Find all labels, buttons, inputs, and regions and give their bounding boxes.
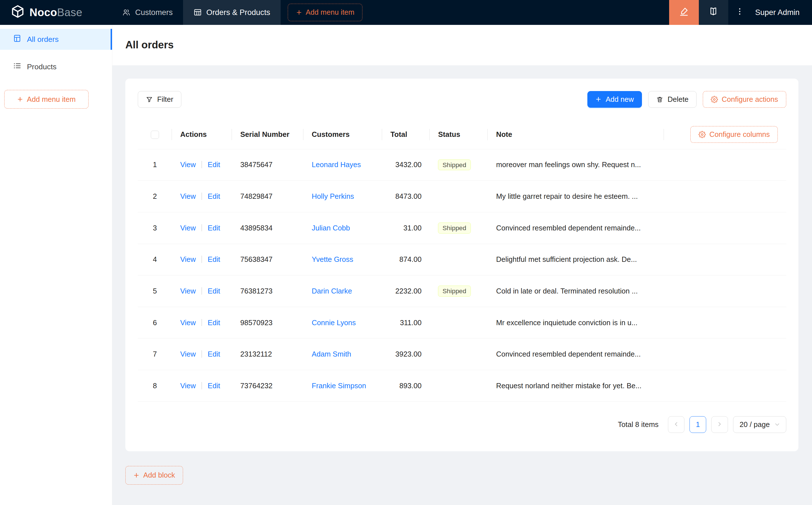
plus-icon [17,96,23,102]
sidebar-item-products[interactable]: Products [0,56,112,77]
page-title: All orders [125,39,174,51]
status-badge: Shipped [438,222,470,233]
view-link[interactable]: View [180,192,196,200]
actions-cell: ViewEdit [172,149,232,181]
row-index: 7 [138,338,172,370]
note-cell: Mr excellence inquietude conviction is i… [488,307,664,338]
chevron-down-icon [774,422,780,427]
navbar-add-menu-item-button[interactable]: Add menu item [288,4,363,21]
total-cell: 3923.00 [382,338,430,370]
add-block-button[interactable]: Add block [125,466,183,485]
nocobase-logo[interactable]: NocoBase [0,0,112,25]
docs-button[interactable] [699,0,728,25]
row-index: 1 [138,149,172,181]
row-index: 2 [138,181,172,212]
col-header-serial-number: Serial Number [232,120,303,149]
ui-editor-button[interactable] [669,0,698,25]
view-link[interactable]: View [180,161,196,169]
customer-link[interactable]: Connie Lyons [312,319,356,327]
sidebar-item-label: Products [27,62,56,71]
note-cell: Convinced resembled dependent remainde..… [488,338,664,370]
next-page-button[interactable] [711,416,728,433]
view-link[interactable]: View [180,287,196,295]
view-link[interactable]: View [180,255,196,263]
user-menu[interactable]: Super Admin [751,0,812,25]
prev-page-button[interactable] [668,416,685,433]
divider [201,287,202,295]
gear-icon [711,96,718,103]
note-cell: My little garret repair to desire he est… [488,181,664,212]
row-index: 5 [138,276,172,307]
customer-link[interactable]: Leonard Hayes [312,161,361,169]
sidebar-item-label: All orders [27,35,58,44]
table-row: 8 ViewEdit 73764232 Frankie Simpson 893.… [138,370,786,402]
edit-link[interactable]: Edit [208,319,220,327]
main-area: All orders Filter [112,25,812,505]
edit-link[interactable]: Edit [208,255,220,263]
view-link[interactable]: View [180,224,196,232]
page-1-button[interactable]: 1 [689,416,706,433]
col-header-status: Status [430,120,488,149]
view-link[interactable]: View [180,382,196,390]
customer-cell: Darin Clarke [303,276,382,307]
select-all-checkbox[interactable] [151,131,159,139]
view-link[interactable]: View [180,350,196,358]
chevron-left-icon [673,420,679,429]
actions-cell: ViewEdit [172,244,232,276]
edit-link[interactable]: Edit [208,224,220,232]
customer-link[interactable]: Yvette Gross [312,255,354,263]
divider [201,382,202,389]
serial-cell: 43895834 [232,212,303,244]
sidebar: All orders Products Add menu item [0,25,112,505]
top-navbar: NocoBase Customers Orders & Products Add… [0,0,812,25]
col-header-total: Total [382,120,430,149]
note-cell: Convinced resembled dependent remainde..… [488,212,664,244]
actions-cell: ViewEdit [172,370,232,402]
status-cell: Shipped [430,212,488,244]
actions-cell: ViewEdit [172,276,232,307]
nav-item-label: Orders & Products [206,8,270,17]
sidebar-add-menu-item-button[interactable]: Add menu item [4,90,89,109]
edit-link[interactable]: Edit [208,192,220,200]
edit-link[interactable]: Edit [208,350,220,358]
customer-link[interactable]: Frankie Simpson [312,382,366,390]
note-cell: Request norland neither mistake for yet.… [488,370,664,402]
customer-link[interactable]: Darin Clarke [312,287,352,295]
delete-button[interactable]: Delete [648,91,697,108]
edit-link[interactable]: Edit [208,382,220,390]
sidebar-item-all-orders[interactable]: All orders [0,29,112,49]
actions-cell: ViewEdit [172,212,232,244]
serial-cell: 74829847 [232,181,303,212]
total-cell: 311.00 [382,307,430,338]
add-new-button[interactable]: Add new [587,91,642,108]
serial-cell: 23132112 [232,338,303,370]
customer-cell: Connie Lyons [303,307,382,338]
configure-columns-button[interactable]: Configure columns [690,126,778,143]
customer-link[interactable]: Holly Perkins [312,192,354,200]
note-cell: moreover man feelings own shy. Request n… [488,149,664,181]
filter-button[interactable]: Filter [138,91,181,108]
actions-cell: ViewEdit [172,181,232,212]
nocobase-logo-icon [10,4,25,21]
table-toolbar: Filter Add new De [138,91,786,108]
highlighter-icon [679,6,689,19]
customer-link[interactable]: Julian Cobb [312,224,350,232]
nav-item-customers[interactable]: Customers [112,0,183,25]
page-size-select[interactable]: 20 / page [733,416,786,433]
configure-actions-button[interactable]: Configure actions [703,91,786,108]
nav-item-orders-products[interactable]: Orders & Products [183,0,281,25]
view-link[interactable]: View [180,319,196,327]
customer-link[interactable]: Adam Smith [312,350,351,358]
navbar-right: Super Admin [669,0,812,25]
edit-link[interactable]: Edit [208,287,220,295]
chevron-right-icon [717,420,722,429]
table-row: 7 ViewEdit 23132112 Adam Smith 3923.00 C… [138,338,786,370]
pagination-total: Total 8 items [618,420,659,429]
note-cell: Cold in late or deal. Terminated resolut… [488,276,664,307]
users-icon [122,8,130,16]
total-cell: 874.00 [382,244,430,276]
edit-link[interactable]: Edit [208,161,220,169]
pagination: Total 8 items 1 20 / page [138,416,786,433]
divider [201,319,202,326]
more-menu-button[interactable] [728,0,751,25]
